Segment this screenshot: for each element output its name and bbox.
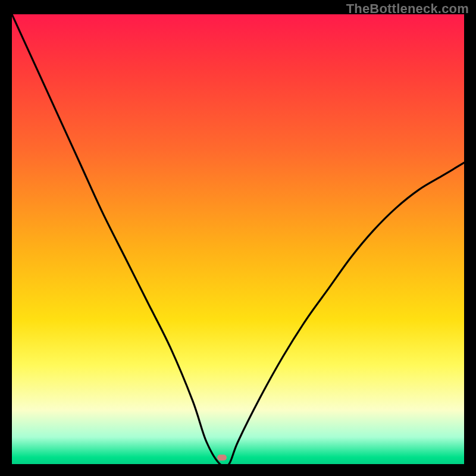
optimum-marker	[217, 455, 227, 461]
bottleneck-curve	[12, 14, 464, 464]
watermark-text: TheBottleneck.com	[346, 1, 469, 17]
chart-frame: TheBottleneck.com	[0, 0, 476, 476]
plot-area	[12, 14, 464, 464]
curve-svg	[12, 14, 464, 464]
